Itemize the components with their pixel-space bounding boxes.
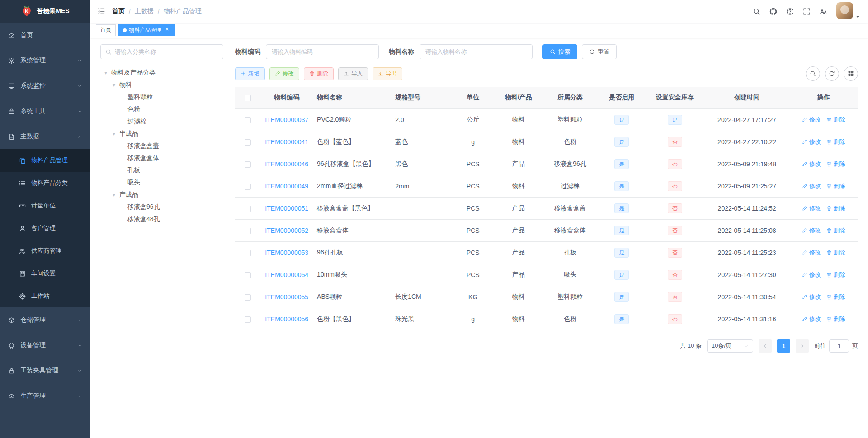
font-size-icon[interactable]: [815, 0, 832, 23]
close-icon[interactable]: ×: [164, 27, 170, 33]
toggle-search-button[interactable]: [806, 66, 820, 81]
row-delete-button[interactable]: 删除: [826, 182, 845, 190]
tree-expander-icon[interactable]: ▾: [102, 70, 109, 76]
row-delete-button[interactable]: 删除: [826, 271, 845, 279]
row-checkbox[interactable]: [245, 250, 251, 256]
sidebar-item-system-admin[interactable]: 系统管理: [0, 48, 90, 73]
row-delete-button[interactable]: 删除: [826, 116, 845, 124]
delete-button[interactable]: 删除: [304, 67, 334, 80]
row-delete-button[interactable]: 删除: [826, 226, 845, 235]
tree-node[interactable]: 移液盒48孔: [100, 213, 223, 225]
sidebar-toggle-icon[interactable]: [90, 0, 112, 23]
material-code-link[interactable]: ITEM00000041: [265, 138, 308, 146]
row-checkbox[interactable]: [245, 272, 251, 278]
sidebar-item-system-monitor[interactable]: 系统监控: [0, 73, 90, 99]
category-search-input[interactable]: [115, 48, 218, 55]
row-checkbox[interactable]: [245, 228, 251, 234]
tags-view-tag[interactable]: 首页: [96, 24, 116, 36]
tree-node[interactable]: 色粉: [100, 103, 223, 115]
row-edit-button[interactable]: 修改: [802, 138, 821, 146]
material-code-link[interactable]: ITEM00000053: [265, 249, 308, 256]
search-button[interactable]: 搜索: [542, 44, 577, 59]
row-delete-button[interactable]: 删除: [826, 138, 845, 146]
row-edit-button[interactable]: 修改: [802, 204, 821, 212]
tree-expander-icon[interactable]: ▾: [110, 192, 118, 198]
tags-view-tag[interactable]: 物料产品管理×: [118, 24, 175, 36]
material-code-link[interactable]: ITEM00000037: [265, 116, 308, 123]
row-delete-button[interactable]: 删除: [826, 160, 845, 168]
tree-node[interactable]: ▾物料: [100, 79, 223, 91]
material-code-link[interactable]: ITEM00000052: [265, 227, 308, 234]
sidebar-item-home[interactable]: 首页: [0, 23, 90, 48]
refresh-table-button[interactable]: [825, 66, 839, 81]
row-edit-button[interactable]: 修改: [802, 293, 821, 301]
fullscreen-icon[interactable]: [798, 0, 815, 23]
tree-node[interactable]: ▾产成品: [100, 188, 223, 201]
select-all-checkbox[interactable]: [245, 95, 251, 101]
breadcrumb-item[interactable]: 主数据: [135, 7, 154, 15]
row-delete-button[interactable]: 删除: [826, 293, 845, 301]
row-checkbox[interactable]: [245, 161, 251, 168]
material-name-input[interactable]: [420, 44, 533, 59]
app-logo[interactable]: K 苦糖果MES: [0, 0, 90, 23]
page-size-select[interactable]: 10条/页: [707, 339, 753, 353]
row-delete-button[interactable]: 删除: [826, 315, 845, 323]
breadcrumb-item[interactable]: 首页: [112, 7, 125, 15]
edit-button[interactable]: 修改: [269, 67, 299, 80]
material-code-link[interactable]: ITEM00000054: [265, 271, 308, 278]
tree-expander-icon[interactable]: ▾: [110, 131, 118, 137]
row-edit-button[interactable]: 修改: [802, 249, 821, 257]
row-edit-button[interactable]: 修改: [802, 271, 821, 279]
sidebar-item-customer-manage[interactable]: 客户管理: [0, 217, 90, 240]
row-checkbox[interactable]: [245, 316, 251, 323]
material-code-link[interactable]: ITEM00000056: [265, 316, 308, 323]
row-checkbox[interactable]: [245, 139, 251, 146]
tree-node[interactable]: ▾半成品: [100, 127, 223, 140]
row-delete-button[interactable]: 删除: [826, 204, 845, 212]
sidebar-item-equipment[interactable]: 设备管理: [0, 333, 90, 358]
next-page-button[interactable]: [796, 339, 809, 353]
goto-page-input[interactable]: [829, 339, 849, 353]
material-code-link[interactable]: ITEM00000049: [265, 183, 308, 190]
sidebar-item-workstation[interactable]: 工作站: [0, 285, 90, 307]
sidebar-item-fixtures[interactable]: 工装夹具管理: [0, 358, 90, 383]
header-search-icon[interactable]: [748, 0, 765, 23]
material-code-link[interactable]: ITEM00000055: [265, 293, 308, 301]
tree-node[interactable]: 移液盒盒盖: [100, 140, 223, 152]
tree-node[interactable]: ▾物料及产品分类: [100, 66, 223, 79]
add-button[interactable]: 新增: [235, 67, 265, 80]
page-number-button[interactable]: 1: [777, 339, 790, 353]
material-code-input[interactable]: [266, 44, 379, 59]
tree-expander-icon[interactable]: ▾: [110, 82, 118, 88]
sidebar-item-material-product-category[interactable]: 物料产品分类: [0, 172, 90, 194]
tree-node[interactable]: 过滤棉: [100, 115, 223, 127]
column-settings-button[interactable]: [844, 66, 858, 81]
tree-node[interactable]: 移液盒盒体: [100, 152, 223, 164]
sidebar-item-workshop-setting[interactable]: 车间设置: [0, 262, 90, 285]
prev-page-button[interactable]: [759, 339, 772, 353]
sidebar-item-system-tools[interactable]: 系统工具: [0, 99, 90, 124]
row-edit-button[interactable]: 修改: [802, 315, 821, 323]
export-button[interactable]: 导出: [373, 67, 402, 80]
material-code-link[interactable]: ITEM00000051: [265, 205, 308, 212]
user-menu[interactable]: [832, 2, 863, 21]
row-edit-button[interactable]: 修改: [802, 160, 821, 168]
row-checkbox[interactable]: [245, 294, 251, 301]
material-code-link[interactable]: ITEM00000046: [265, 160, 308, 168]
sidebar-item-material-product-manage[interactable]: 物料产品管理: [0, 149, 90, 172]
row-checkbox[interactable]: [245, 117, 251, 123]
sidebar-item-supplier-manage[interactable]: 供应商管理: [0, 240, 90, 262]
tree-node[interactable]: 吸头: [100, 176, 223, 188]
row-edit-button[interactable]: 修改: [802, 182, 821, 190]
tree-node[interactable]: 孔板: [100, 164, 223, 176]
github-icon[interactable]: [765, 0, 782, 23]
row-edit-button[interactable]: 修改: [802, 116, 821, 124]
sidebar-item-production[interactable]: 生产管理: [0, 383, 90, 409]
row-checkbox[interactable]: [245, 206, 251, 212]
sidebar-item-warehouse[interactable]: 仓储管理: [0, 307, 90, 333]
help-icon[interactable]: [782, 0, 798, 23]
import-button[interactable]: 导入: [338, 67, 368, 80]
row-delete-button[interactable]: 删除: [826, 249, 845, 257]
sidebar-item-measure-unit[interactable]: 计量单位: [0, 194, 90, 217]
row-checkbox[interactable]: [245, 184, 251, 190]
